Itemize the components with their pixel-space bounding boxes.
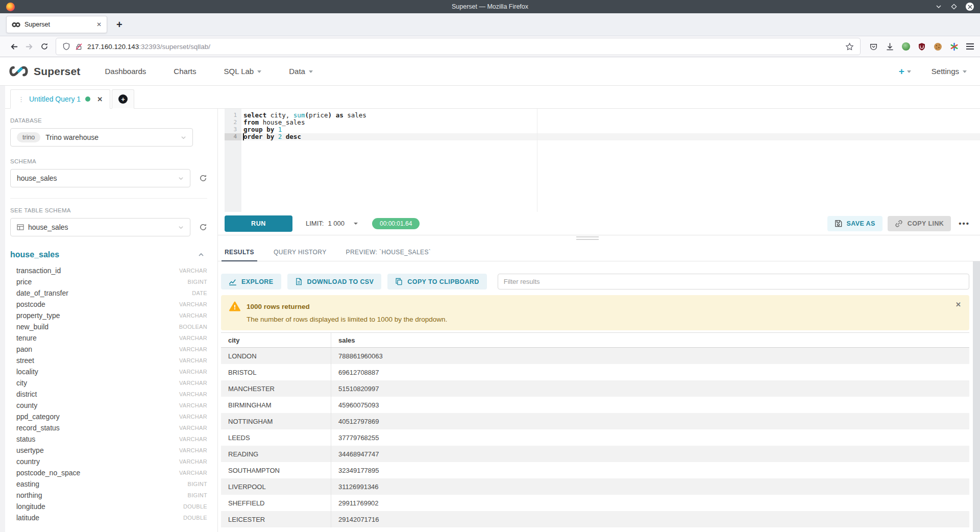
table-select[interactable]: house_sales xyxy=(10,218,190,236)
url-bar[interactable]: 217.160.120.143:32393/superset/sqllab/ xyxy=(56,38,860,55)
download-csv-button[interactable]: DOWNLOAD TO CSV xyxy=(287,274,382,289)
add-query-tab-button[interactable]: + xyxy=(112,89,134,109)
result-row[interactable]: LEICESTER29142071716 xyxy=(221,511,969,527)
code-line[interactable]: group by 1 xyxy=(241,126,980,133)
sql-code[interactable]: select city, sum(price) as salesfrom hou… xyxy=(241,112,980,140)
header-city[interactable]: city xyxy=(221,333,331,347)
explore-button[interactable]: EXPLORE xyxy=(221,274,281,289)
copy-link-button[interactable]: COPY LINK xyxy=(888,216,951,231)
schema-column-row[interactable]: cityVARCHAR xyxy=(10,377,207,389)
nav-item-data[interactable]: Data xyxy=(289,67,313,76)
new-tab-button[interactable]: + xyxy=(116,19,122,30)
forward-button[interactable] xyxy=(21,39,37,54)
filter-results-input[interactable] xyxy=(498,274,969,289)
code-line[interactable]: from house_sales xyxy=(241,119,980,126)
header-sales[interactable]: sales xyxy=(331,333,969,347)
schema-select[interactable]: house_sales xyxy=(10,169,190,187)
run-button[interactable]: RUN xyxy=(225,215,292,232)
alert-close-icon[interactable]: ✕ xyxy=(955,301,961,308)
schema-column-row[interactable]: districtVARCHAR xyxy=(10,389,207,400)
schema-column-row[interactable]: transaction_idVARCHAR xyxy=(10,265,207,276)
tracking-shield-icon[interactable] xyxy=(62,42,70,51)
browser-tab-superset[interactable]: Superset ✕ xyxy=(6,16,107,33)
schema-column-row[interactable]: record_statusVARCHAR xyxy=(10,422,207,433)
add-new-button[interactable]: + xyxy=(899,66,911,77)
schema-label: SCHEMA xyxy=(10,158,207,164)
schema-column-row[interactable]: ppd_categoryVARCHAR xyxy=(10,411,207,422)
database-select[interactable]: trino Trino warehouse xyxy=(10,128,193,147)
maximize-button[interactable] xyxy=(950,3,958,10)
bookmark-star-icon[interactable] xyxy=(845,42,854,51)
table-schema-title[interactable]: house_sales xyxy=(10,250,59,259)
schema-column-row[interactable]: statusVARCHAR xyxy=(10,433,207,445)
schema-column-row[interactable]: new_buildBOOLEAN xyxy=(10,321,207,332)
schema-column-row[interactable]: localityVARCHAR xyxy=(10,366,207,377)
nav-item-charts[interactable]: Charts xyxy=(174,67,196,76)
schema-column-row[interactable]: streetVARCHAR xyxy=(10,355,207,366)
result-row[interactable]: LIVERPOOL31126991346 xyxy=(221,478,969,495)
schema-column-row[interactable]: postcode_no_spaceVARCHAR xyxy=(10,467,207,478)
pane-resize-handle[interactable] xyxy=(576,236,599,241)
schema-column-row[interactable]: date_of_transferDATE xyxy=(10,287,207,299)
result-row[interactable]: BRISTOL69612708887 xyxy=(221,364,969,380)
schema-column-row[interactable]: countryVARCHAR xyxy=(10,456,207,467)
results-scrollbar[interactable] xyxy=(973,261,980,532)
pocket-icon[interactable] xyxy=(869,42,878,51)
code-line[interactable]: order by 2 desc xyxy=(241,133,980,140)
result-row[interactable]: MANCHESTER51510820997 xyxy=(221,380,969,397)
schema-column-row[interactable]: priceBIGINT xyxy=(10,276,207,287)
result-row[interactable]: LONDON788861960063 xyxy=(221,348,969,364)
save-as-button[interactable]: SAVE AS xyxy=(827,216,883,231)
refresh-schemas-icon[interactable] xyxy=(199,174,207,182)
schema-column-row[interactable]: usertypeVARCHAR xyxy=(10,445,207,456)
schema-column-row[interactable]: postcodeVARCHAR xyxy=(10,299,207,310)
result-row[interactable]: SHEFFIELD29911769902 xyxy=(221,495,969,511)
nav-item-dashboards[interactable]: Dashboards xyxy=(105,67,146,76)
result-row[interactable]: NOTTINGHAM40512797869 xyxy=(221,413,969,429)
extension-asterisk-icon[interactable] xyxy=(950,42,959,51)
collapse-chevron-up-icon[interactable] xyxy=(198,252,204,258)
schema-column-row[interactable]: northingBIGINT xyxy=(10,490,207,501)
more-options-icon[interactable]: ••• xyxy=(959,219,970,228)
cookie-icon[interactable] xyxy=(934,42,942,51)
result-row[interactable]: READING34468947747 xyxy=(221,446,969,462)
tab-close-icon[interactable]: ✕ xyxy=(96,21,102,28)
sql-editor[interactable]: 1234 select city, sum(price) as salesfro… xyxy=(225,109,980,212)
drag-handle-icon[interactable]: ⋮ xyxy=(18,95,24,103)
back-button[interactable] xyxy=(6,39,21,54)
cell-city: MANCHESTER xyxy=(221,380,331,397)
schema-column-row[interactable]: latitudeDOUBLE xyxy=(10,512,207,523)
minimize-button[interactable] xyxy=(935,3,942,10)
lock-insecure-icon[interactable] xyxy=(75,43,83,51)
limit-dropdown[interactable]: LIMIT: 1 000 xyxy=(306,220,358,227)
result-row[interactable]: SOUTHAMPTON32349177895 xyxy=(221,462,969,478)
tab-preview-house-sales[interactable]: PREVIEW: `HOUSE_SALES` xyxy=(343,244,434,261)
downloads-icon[interactable] xyxy=(886,42,894,51)
copy-clipboard-button[interactable]: COPY TO CLIPBOARD xyxy=(387,274,486,289)
tab-query-history[interactable]: QUERY HISTORY xyxy=(271,244,330,261)
query-tab-close-icon[interactable]: ✕ xyxy=(97,95,103,103)
tab-results[interactable]: RESULTS xyxy=(222,244,257,261)
result-row[interactable]: LEEDS37779768255 xyxy=(221,429,969,446)
result-row[interactable]: BIRMINGHAM45960075093 xyxy=(221,397,969,413)
extension-green-icon[interactable] xyxy=(902,42,910,51)
schema-column-row[interactable]: longitudeDOUBLE xyxy=(10,501,207,512)
schema-column-row[interactable]: countyVARCHAR xyxy=(10,400,207,411)
settings-menu[interactable]: Settings xyxy=(932,67,967,76)
rows-returned-alert: 1000 rows returned The number of rows di… xyxy=(221,295,969,330)
schema-column-row[interactable]: paonVARCHAR xyxy=(10,344,207,355)
schema-column-row[interactable]: property_typeVARCHAR xyxy=(10,310,207,321)
schema-column-row[interactable]: tenureVARCHAR xyxy=(10,332,207,344)
query-tab-active[interactable]: ⋮ Untitled Query 1 ✕ xyxy=(10,89,110,109)
database-select-value: Trino warehouse xyxy=(45,133,99,141)
menu-icon[interactable] xyxy=(966,43,974,49)
code-line[interactable]: select city, sum(price) as sales xyxy=(241,112,980,119)
refresh-tables-icon[interactable] xyxy=(199,223,207,231)
nav-item-sql-lab[interactable]: SQL Lab xyxy=(224,67,262,76)
superset-logo[interactable]: Superset xyxy=(7,65,80,78)
close-button[interactable] xyxy=(966,3,974,11)
schema-column-row[interactable]: eastingBIGINT xyxy=(10,478,207,490)
url-text[interactable]: 217.160.120.143:32393/superset/sqllab/ xyxy=(87,43,841,51)
ublock-shield-icon[interactable] xyxy=(918,42,926,51)
reload-button[interactable] xyxy=(37,39,52,54)
